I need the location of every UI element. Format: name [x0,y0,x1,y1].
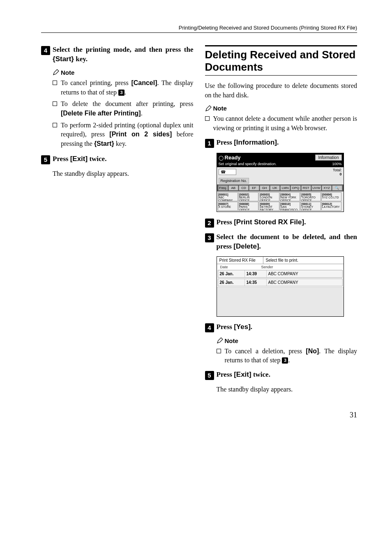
r4-a: Press [217,323,234,331]
destination-button[interactable]: [00003]LONDON OFFICE [259,192,279,201]
note-item-3: To perform 2-sided printing (optional du… [53,121,194,149]
col-sender: Sender [261,265,273,269]
stored-file-row[interactable]: 26 Jan.14:39ABC COMPANY [218,270,343,278]
step-r3-text: Select the document to be deleted, and t… [217,233,357,251]
note-label: Note [61,69,74,76]
pencil-icon [205,105,212,112]
step-number-r5: 5 [205,371,214,380]
no-button-label: [No] [306,348,319,355]
note3-c: key. [114,140,127,147]
destination-button[interactable]: [00012]LA FACTORY [321,202,341,211]
alpha-tab[interactable]: RST [301,185,311,191]
alpha-tab[interactable]: Freq. [218,185,228,191]
destination-button[interactable]: [00009]DETROIT FACTORY [259,202,279,211]
destination-button[interactable]: [00006]XYZ CO.LTD [321,192,341,201]
set-original-text: Set original and specify destination. [219,162,277,166]
destination-button[interactable]: [00005]TORONTO OFFICE [300,192,321,201]
destination-button[interactable]: [00010]SAN FRANCISCO [280,202,300,211]
zoom-value: 100% [332,162,341,166]
information-button-label: [Information] [234,138,277,146]
total-value: 0 [339,172,341,176]
section-heading: Deleting Received and Stored Documents [205,45,357,76]
destination-button[interactable]: [00002]BERLIN OFFICE [238,192,258,201]
step-number-r1: 1 [205,139,214,148]
alpha-tab[interactable]: IJK [270,185,280,191]
alpha-tab[interactable]: EF [249,185,259,191]
r2-a: Press [217,218,234,226]
n4-c: . [288,357,290,364]
step-number-r4: 4 [205,323,214,332]
destination-button[interactable]: [00007]X STORE [218,202,238,211]
ref-step-3: 3 [118,90,125,96]
n4-a: To cancel a deletion, press [225,348,306,355]
stored-file-row[interactable]: 26 Jan.14:35ABC COMPANY [218,279,343,286]
destination-button[interactable]: [00001]ABC COMPANY [218,192,238,201]
step5-a: Press [53,155,70,163]
handset-field: ☎ [219,169,236,175]
note2-a: To delete the document after printing, p… [61,100,194,107]
alpha-tab[interactable]: LMN [280,185,290,191]
step-r5-text: Press [Exit] twice. [217,370,270,380]
col-date: Date [218,265,261,269]
alpha-tab[interactable]: AB [228,185,238,191]
note-item-2: To delete the document after printing, p… [53,99,194,118]
step4-text: Select the printing mode, and then press… [53,45,194,64]
step-number-r3: 3 [205,233,214,242]
page-number: 31 [41,411,357,419]
r5-b: twice. [251,371,270,378]
alpha-tab[interactable]: UVW [311,185,321,191]
note1-a: To cancel printing, press [61,79,131,86]
alpha-tab[interactable]: XYZ [322,185,332,191]
destination-button[interactable]: [00008]PARIS OFFICE [238,202,258,211]
screenshot-stored-rx-list: Print Stored RX File Select file to prin… [217,256,344,317]
step5-text: Press [Exit] twice. [53,154,106,164]
step-r5-body: The standby display appears. [205,385,357,394]
pencil-icon [53,69,59,76]
screenshot-ready-panel: ◯ Ready Information Set original and spe… [217,153,344,212]
search-icon[interactable]: 🔍 [332,185,342,191]
r1-b: . [277,138,279,146]
step4-text-b: key. [74,55,88,63]
ref-step-3b: 3 [282,357,288,364]
exit-button-label2: [Exit] [234,371,251,378]
exit-button-label: [Exit] [70,155,88,163]
registration-no-button[interactable]: Registration No. [219,178,249,184]
step-r2-text: Press [Print Stored RX File]. [217,218,306,227]
panel-title: Print Stored RX File [217,257,263,264]
note1-c: . [125,89,126,96]
total-area: Total: 0 [333,168,342,176]
step-number-r2: 2 [205,219,214,228]
delete-file-after-printing-label: [Delete File after Printing] [61,110,141,117]
step4-text-a: Select the printing mode, and then press… [53,46,194,53]
step5-b: twice. [88,155,106,163]
section-intro: Use the following procedure to delete do… [205,81,357,100]
r3-b: . [259,242,261,250]
panel-subtitle: Select file to print. [263,257,301,264]
delete-button-label: [Delete] [233,242,259,250]
running-head: Printing/Deleting Received and Stored Do… [41,25,357,33]
total-label: Total: [333,168,342,172]
destination-grid: [00001]ABC COMPANY[00002]BERLIN OFFICE[0… [217,191,344,212]
information-panel-button[interactable]: Information [315,154,341,161]
r1-a: Press [217,138,234,146]
step5-body: The standby display appears. [41,169,194,179]
start-key-label2: Start [97,140,111,147]
destination-button[interactable]: [00011]SYDNEY OFFICE [300,202,321,211]
alpha-tabs: Freq.ABCDEFGHIJKLMNOPQRSTUVWXYZ🔍 [217,184,344,191]
alpha-tab[interactable]: CD [239,185,249,191]
start-key-close: } [71,55,74,63]
step-r1-text: Press [Information]. [217,138,279,147]
r2-b: . [304,218,306,226]
step-number-5: 5 [41,155,50,164]
print-2-sides-label: [Print on 2 sides] [109,131,172,138]
step-number-4: 4 [41,46,50,55]
step-r4-text: Press [Yes]. [217,322,253,332]
cancel-button-label: [Cancel] [131,79,157,86]
destination-button[interactable]: [00004]NEW YORK OFFICE [280,192,300,201]
alpha-tab[interactable]: GH [260,185,270,191]
r5-a: Press [217,371,234,378]
note2-b: . [141,110,143,117]
yes-button-label: [Yes] [234,323,251,331]
alpha-tab[interactable]: OPQ [291,185,300,191]
start-key-open: { [53,55,55,63]
